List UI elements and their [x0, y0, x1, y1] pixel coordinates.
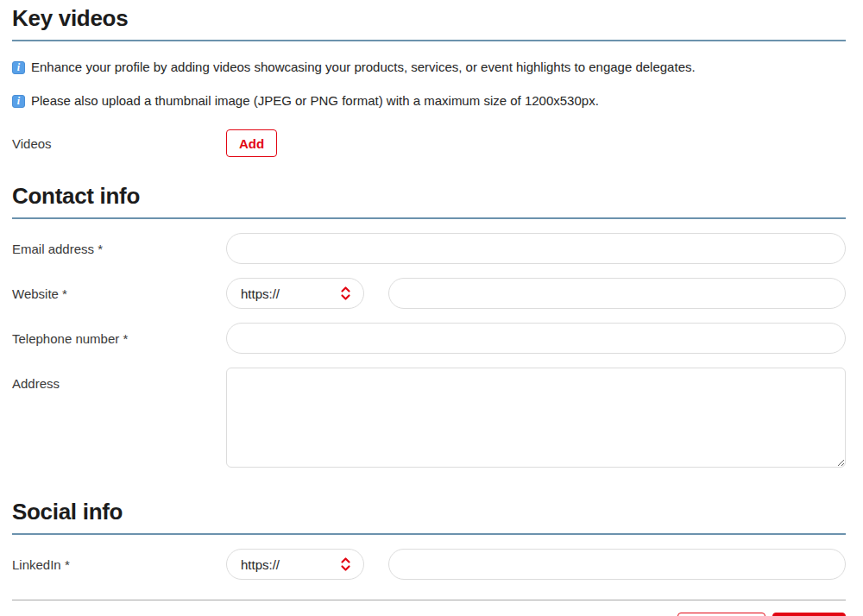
info-note-text: Enhance your profile by adding videos sh…	[31, 60, 696, 75]
footer-actions: Save draft Next →	[12, 613, 846, 616]
videos-row: Videos Add	[12, 129, 846, 157]
address-textarea[interactable]	[226, 368, 846, 468]
linkedin-row: LinkedIn * https://	[12, 549, 846, 580]
linkedin-scheme-value: https://	[241, 557, 280, 572]
videos-label: Videos	[12, 129, 226, 151]
telephone-row: Telephone number *	[12, 323, 846, 354]
section-contact-info: Contact info Email address * Website * h…	[12, 183, 846, 468]
website-row: Website * https://	[12, 278, 846, 309]
email-row: Email address *	[12, 233, 846, 264]
info-icon: i	[12, 61, 25, 74]
telephone-input[interactable]	[226, 323, 846, 354]
social-info-title: Social info	[12, 499, 846, 535]
save-draft-button[interactable]: Save draft	[677, 613, 766, 616]
info-note-text: Please also upload a thumbnail image (JP…	[31, 93, 599, 109]
address-row: Address	[12, 368, 846, 468]
chevron-up-down-icon	[340, 556, 351, 573]
telephone-label: Telephone number *	[12, 323, 226, 346]
linkedin-scheme-select[interactable]: https://	[226, 549, 364, 580]
email-input[interactable]	[226, 233, 846, 264]
info-icon: i	[12, 95, 25, 108]
website-scheme-value: https://	[241, 286, 280, 301]
email-label: Email address *	[12, 233, 226, 256]
exhibitor-profile-form: Key videos i Enhance your profile by add…	[0, 0, 863, 616]
footer-divider	[12, 600, 846, 600]
telephone-field-area	[226, 323, 846, 354]
linkedin-url-input[interactable]	[388, 549, 846, 580]
section-key-videos: Key videos i Enhance your profile by add…	[12, 5, 846, 157]
contact-info-title: Contact info	[12, 183, 846, 219]
info-note-videos: i Enhance your profile by adding videos …	[12, 60, 846, 75]
website-field-area: https://	[226, 278, 846, 309]
email-field-area	[226, 233, 846, 264]
website-scheme-select[interactable]: https://	[226, 278, 364, 309]
linkedin-label: LinkedIn *	[12, 549, 226, 572]
key-videos-title: Key videos	[12, 5, 846, 41]
address-field-area	[226, 368, 846, 468]
linkedin-field-area: https://	[226, 549, 846, 580]
website-url-input[interactable]	[388, 278, 846, 309]
section-social-info: Social info LinkedIn * https://	[12, 499, 846, 580]
address-label: Address	[12, 368, 226, 391]
info-note-thumbnail: i Please also upload a thumbnail image (…	[12, 93, 846, 109]
videos-field-area: Add	[226, 129, 846, 157]
next-button[interactable]: Next →	[772, 613, 846, 616]
website-label: Website *	[12, 278, 226, 301]
chevron-up-down-icon	[340, 285, 351, 302]
add-video-button[interactable]: Add	[226, 129, 277, 157]
